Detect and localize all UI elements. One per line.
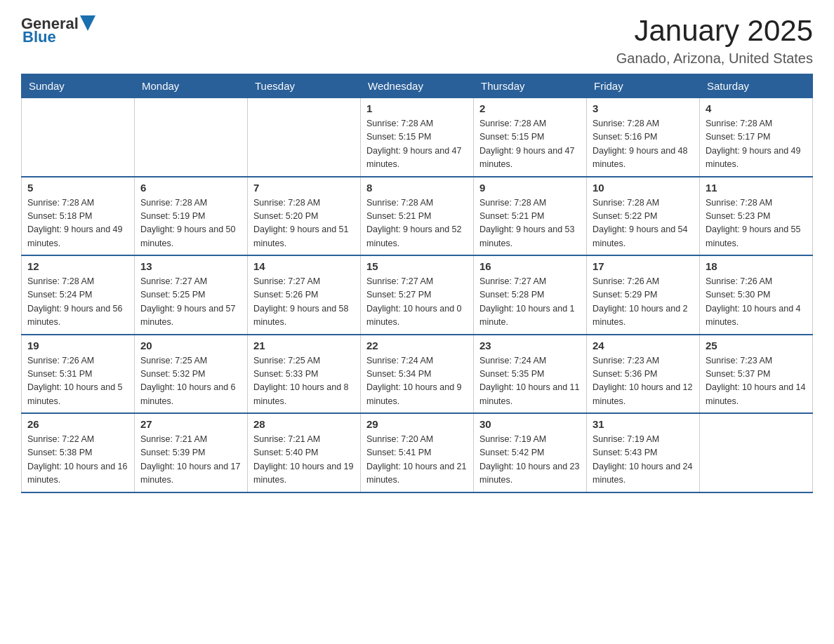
calendar-day-22: 22Sunrise: 7:24 AMSunset: 5:34 PMDayligh…: [361, 335, 474, 414]
day-number: 6: [140, 182, 241, 194]
day-info: Sunrise: 7:24 AMSunset: 5:34 PMDaylight:…: [366, 354, 468, 409]
calendar-day-25: 25Sunrise: 7:23 AMSunset: 5:37 PMDayligh…: [700, 335, 813, 414]
day-number: 28: [253, 418, 355, 430]
day-number: 1: [366, 102, 468, 114]
calendar-day-5: 5Sunrise: 7:28 AMSunset: 5:18 PMDaylight…: [22, 177, 135, 256]
day-number: 25: [706, 340, 807, 351]
day-number: 27: [140, 418, 241, 430]
calendar-day-7: 7Sunrise: 7:28 AMSunset: 5:20 PMDaylight…: [248, 177, 361, 256]
day-info: Sunrise: 7:20 AMSunset: 5:41 PMDaylight:…: [366, 433, 468, 488]
page-header: General Blue January 2025 Ganado, Arizon…: [21, 14, 813, 67]
day-number: 7: [253, 182, 355, 194]
day-number: 8: [366, 182, 468, 194]
day-number: 29: [366, 418, 468, 430]
calendar-day-1: 1Sunrise: 7:28 AMSunset: 5:15 PMDaylight…: [361, 98, 474, 177]
calendar-empty-cell: [700, 413, 813, 492]
day-info: Sunrise: 7:22 AMSunset: 5:38 PMDaylight:…: [27, 433, 128, 488]
day-number: 15: [366, 260, 468, 272]
day-number: 21: [253, 340, 355, 351]
day-number: 24: [593, 340, 694, 351]
day-number: 20: [140, 340, 241, 351]
day-info: Sunrise: 7:26 AMSunset: 5:30 PMDaylight:…: [706, 275, 807, 330]
weekday-header-thursday: Thursday: [474, 74, 587, 98]
day-info: Sunrise: 7:25 AMSunset: 5:33 PMDaylight:…: [253, 354, 355, 409]
day-info: Sunrise: 7:28 AMSunset: 5:22 PMDaylight:…: [593, 196, 694, 251]
day-info: Sunrise: 7:27 AMSunset: 5:28 PMDaylight:…: [479, 275, 581, 330]
title-section: January 2025 Ganado, Arizona, United Sta…: [616, 14, 813, 67]
calendar-day-9: 9Sunrise: 7:28 AMSunset: 5:21 PMDaylight…: [474, 177, 587, 256]
day-info: Sunrise: 7:28 AMSunset: 5:18 PMDaylight:…: [27, 196, 128, 251]
calendar-day-10: 10Sunrise: 7:28 AMSunset: 5:22 PMDayligh…: [587, 177, 700, 256]
day-number: 30: [479, 418, 581, 430]
day-number: 16: [479, 260, 581, 272]
day-info: Sunrise: 7:25 AMSunset: 5:32 PMDaylight:…: [140, 354, 241, 409]
calendar-day-24: 24Sunrise: 7:23 AMSunset: 5:36 PMDayligh…: [587, 335, 700, 414]
day-number: 22: [366, 340, 468, 351]
calendar-empty-cell: [248, 98, 361, 177]
calendar-day-4: 4Sunrise: 7:28 AMSunset: 5:17 PMDaylight…: [700, 98, 813, 177]
calendar-week-row: 19Sunrise: 7:26 AMSunset: 5:31 PMDayligh…: [22, 335, 813, 414]
calendar-day-13: 13Sunrise: 7:27 AMSunset: 5:25 PMDayligh…: [135, 255, 248, 335]
day-info: Sunrise: 7:28 AMSunset: 5:15 PMDaylight:…: [479, 117, 581, 172]
calendar-day-8: 8Sunrise: 7:28 AMSunset: 5:21 PMDaylight…: [361, 177, 474, 256]
calendar-day-6: 6Sunrise: 7:28 AMSunset: 5:19 PMDaylight…: [135, 177, 248, 256]
day-number: 14: [253, 260, 355, 272]
calendar-table: SundayMondayTuesdayWednesdayThursdayFrid…: [21, 74, 813, 493]
calendar-day-20: 20Sunrise: 7:25 AMSunset: 5:32 PMDayligh…: [135, 335, 248, 414]
day-info: Sunrise: 7:19 AMSunset: 5:43 PMDaylight:…: [593, 433, 694, 488]
day-info: Sunrise: 7:28 AMSunset: 5:15 PMDaylight:…: [366, 117, 468, 172]
calendar-day-16: 16Sunrise: 7:27 AMSunset: 5:28 PMDayligh…: [474, 255, 587, 335]
weekday-header-wednesday: Wednesday: [361, 74, 474, 98]
calendar-day-17: 17Sunrise: 7:26 AMSunset: 5:29 PMDayligh…: [587, 255, 700, 335]
day-info: Sunrise: 7:23 AMSunset: 5:37 PMDaylight:…: [706, 354, 807, 409]
day-number: 11: [706, 182, 807, 194]
calendar-week-row: 12Sunrise: 7:28 AMSunset: 5:24 PMDayligh…: [22, 255, 813, 335]
day-info: Sunrise: 7:28 AMSunset: 5:17 PMDaylight:…: [706, 117, 807, 172]
day-info: Sunrise: 7:27 AMSunset: 5:25 PMDaylight:…: [140, 275, 241, 330]
location-subtitle: Ganado, Arizona, United States: [616, 51, 813, 67]
day-number: 23: [479, 340, 581, 351]
day-info: Sunrise: 7:19 AMSunset: 5:42 PMDaylight:…: [479, 433, 581, 488]
calendar-day-28: 28Sunrise: 7:21 AMSunset: 5:40 PMDayligh…: [248, 413, 361, 492]
day-info: Sunrise: 7:27 AMSunset: 5:26 PMDaylight:…: [253, 275, 355, 330]
day-info: Sunrise: 7:21 AMSunset: 5:40 PMDaylight:…: [253, 433, 355, 488]
calendar-day-30: 30Sunrise: 7:19 AMSunset: 5:42 PMDayligh…: [474, 413, 587, 492]
calendar-day-31: 31Sunrise: 7:19 AMSunset: 5:43 PMDayligh…: [587, 413, 700, 492]
logo-triangle-icon: [80, 15, 95, 31]
calendar-empty-cell: [135, 98, 248, 177]
day-info: Sunrise: 7:26 AMSunset: 5:29 PMDaylight:…: [593, 275, 694, 330]
day-number: 2: [479, 102, 581, 114]
day-number: 9: [479, 182, 581, 194]
weekday-header-tuesday: Tuesday: [248, 74, 361, 98]
weekday-header-sunday: Sunday: [22, 74, 135, 98]
day-info: Sunrise: 7:28 AMSunset: 5:19 PMDaylight:…: [140, 196, 241, 251]
month-title: January 2025: [616, 14, 813, 48]
calendar-day-23: 23Sunrise: 7:24 AMSunset: 5:35 PMDayligh…: [474, 335, 587, 414]
day-number: 4: [706, 102, 807, 114]
calendar-day-27: 27Sunrise: 7:21 AMSunset: 5:39 PMDayligh…: [135, 413, 248, 492]
day-number: 31: [593, 418, 694, 430]
weekday-header-monday: Monday: [135, 74, 248, 98]
day-info: Sunrise: 7:27 AMSunset: 5:27 PMDaylight:…: [366, 275, 468, 330]
day-number: 17: [593, 260, 694, 272]
weekday-header-saturday: Saturday: [700, 74, 813, 98]
calendar-day-12: 12Sunrise: 7:28 AMSunset: 5:24 PMDayligh…: [22, 255, 135, 335]
calendar-week-row: 26Sunrise: 7:22 AMSunset: 5:38 PMDayligh…: [22, 413, 813, 492]
day-number: 19: [27, 340, 128, 351]
calendar-week-row: 5Sunrise: 7:28 AMSunset: 5:18 PMDaylight…: [22, 177, 813, 256]
day-info: Sunrise: 7:21 AMSunset: 5:39 PMDaylight:…: [140, 433, 241, 488]
day-info: Sunrise: 7:28 AMSunset: 5:24 PMDaylight:…: [27, 275, 128, 330]
day-number: 10: [593, 182, 694, 194]
calendar-empty-cell: [22, 98, 135, 177]
calendar-day-11: 11Sunrise: 7:28 AMSunset: 5:23 PMDayligh…: [700, 177, 813, 256]
weekday-header-friday: Friday: [587, 74, 700, 98]
calendar-day-14: 14Sunrise: 7:27 AMSunset: 5:26 PMDayligh…: [248, 255, 361, 335]
day-number: 5: [27, 182, 128, 194]
day-info: Sunrise: 7:28 AMSunset: 5:16 PMDaylight:…: [593, 117, 694, 172]
calendar-day-19: 19Sunrise: 7:26 AMSunset: 5:31 PMDayligh…: [22, 335, 135, 414]
day-number: 12: [27, 260, 128, 272]
calendar-day-26: 26Sunrise: 7:22 AMSunset: 5:38 PMDayligh…: [22, 413, 135, 492]
calendar-day-2: 2Sunrise: 7:28 AMSunset: 5:15 PMDaylight…: [474, 98, 587, 177]
day-info: Sunrise: 7:28 AMSunset: 5:20 PMDaylight:…: [253, 196, 355, 251]
logo-blue-text: Blue: [22, 28, 56, 46]
